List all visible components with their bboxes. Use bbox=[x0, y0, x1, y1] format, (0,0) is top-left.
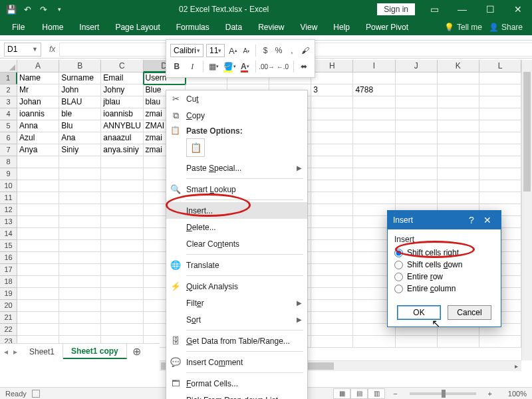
cell[interactable] bbox=[479, 144, 521, 156]
row-header[interactable]: 22 bbox=[0, 324, 17, 336]
scroll-right-icon[interactable]: ▸ bbox=[511, 361, 521, 371]
view-page-layout-icon[interactable]: ▤ bbox=[350, 388, 368, 399]
cell[interactable] bbox=[59, 300, 101, 312]
radio-shift-down[interactable]: Shift cells down bbox=[394, 259, 494, 271]
cell[interactable] bbox=[311, 108, 353, 120]
sheet-tab-sheet1[interactable]: Sheet1 bbox=[21, 344, 63, 359]
cell[interactable] bbox=[311, 96, 353, 108]
cm-get-data[interactable]: 🗄Get Data from Table/Range... bbox=[166, 332, 307, 349]
cell[interactable] bbox=[396, 72, 438, 84]
radio-entire-row[interactable]: Entire row bbox=[394, 271, 494, 283]
cell[interactable] bbox=[311, 276, 353, 288]
cell[interactable]: John bbox=[59, 84, 101, 96]
font-size-selector[interactable]: 11▾ bbox=[206, 44, 225, 57]
cell[interactable] bbox=[396, 108, 438, 120]
cell[interactable]: ioannisb bbox=[101, 108, 143, 120]
cell[interactable] bbox=[353, 120, 395, 132]
cell[interactable] bbox=[101, 240, 143, 252]
cell[interactable] bbox=[59, 228, 101, 240]
cell[interactable] bbox=[311, 324, 353, 336]
cm-insert-comment[interactable]: 💬Insert Comment bbox=[166, 354, 307, 370]
cell[interactable] bbox=[311, 336, 353, 348]
cell[interactable] bbox=[17, 300, 59, 312]
cell[interactable] bbox=[59, 168, 101, 180]
tab-formulas[interactable]: Formulas bbox=[168, 20, 217, 35]
cell[interactable] bbox=[101, 156, 143, 168]
cell[interactable] bbox=[311, 144, 353, 156]
cell[interactable] bbox=[101, 204, 143, 216]
chevron-right-icon[interactable]: ▸ bbox=[13, 347, 17, 356]
cell[interactable] bbox=[479, 192, 521, 204]
chevron-left-icon[interactable]: ◂ bbox=[4, 347, 8, 356]
column-header[interactable]: I bbox=[353, 60, 395, 72]
row-header[interactable]: 14 bbox=[0, 228, 17, 240]
cell[interactable] bbox=[479, 132, 521, 144]
comma-format-icon[interactable]: , bbox=[287, 44, 297, 57]
zoom-slider[interactable] bbox=[410, 392, 476, 395]
cell[interactable] bbox=[479, 84, 521, 96]
cell[interactable] bbox=[17, 168, 59, 180]
cm-smart-lookup[interactable]: 🔍Smart Lookup bbox=[166, 181, 307, 198]
row-header[interactable]: 21 bbox=[0, 312, 17, 324]
tab-insert[interactable]: Insert bbox=[71, 20, 107, 35]
cell[interactable] bbox=[438, 336, 479, 348]
column-header[interactable]: B bbox=[59, 60, 101, 72]
cell[interactable] bbox=[101, 288, 143, 300]
cancel-button[interactable]: Cancel bbox=[448, 305, 491, 320]
cell[interactable] bbox=[311, 204, 353, 216]
cell[interactable] bbox=[353, 144, 395, 156]
tab-home[interactable]: Home bbox=[34, 20, 71, 35]
cell[interactable] bbox=[396, 120, 438, 132]
row-header[interactable]: 10 bbox=[0, 180, 17, 192]
cell[interactable]: Name bbox=[17, 72, 59, 84]
sheet-nav[interactable]: ◂▸ bbox=[0, 344, 21, 359]
cell[interactable] bbox=[438, 120, 479, 132]
tab-file[interactable]: File bbox=[3, 20, 34, 35]
cm-clear-contents[interactable]: Clear Contents bbox=[166, 235, 307, 252]
cell[interactable]: anaazul bbox=[101, 132, 143, 144]
decrease-decimal-icon[interactable]: ←.0 bbox=[276, 60, 289, 73]
row-header[interactable]: 2 bbox=[0, 84, 17, 96]
sheet-tab-sheet1-copy[interactable]: Sheet1 copy bbox=[63, 344, 127, 359]
cell[interactable] bbox=[101, 216, 143, 228]
cell[interactable] bbox=[311, 312, 353, 324]
cell[interactable] bbox=[438, 180, 479, 192]
cell[interactable] bbox=[17, 228, 59, 240]
tab-power-pivot[interactable]: Power Pivot bbox=[358, 20, 416, 35]
cell[interactable] bbox=[396, 192, 438, 204]
cell[interactable] bbox=[59, 324, 101, 336]
cell[interactable] bbox=[438, 96, 479, 108]
cell[interactable] bbox=[101, 252, 143, 264]
view-page-break-icon[interactable]: ▥ bbox=[368, 388, 385, 399]
row-header[interactable]: 1 bbox=[0, 72, 17, 84]
cell[interactable] bbox=[353, 180, 395, 192]
cell[interactable]: jblau bbox=[101, 96, 143, 108]
cell[interactable] bbox=[438, 192, 479, 204]
cell[interactable] bbox=[59, 192, 101, 204]
cell[interactable] bbox=[59, 276, 101, 288]
cell[interactable] bbox=[311, 72, 353, 84]
row-header[interactable]: 13 bbox=[0, 216, 17, 228]
increase-decimal-icon[interactable]: .00→ bbox=[260, 60, 273, 73]
cell[interactable] bbox=[311, 288, 353, 300]
cell[interactable] bbox=[479, 336, 521, 348]
cell[interactable]: Surname bbox=[59, 72, 101, 84]
cell[interactable] bbox=[101, 168, 143, 180]
cell[interactable] bbox=[396, 168, 438, 180]
cell[interactable] bbox=[353, 168, 395, 180]
cell[interactable] bbox=[59, 264, 101, 276]
save-icon[interactable]: 💾 bbox=[5, 3, 17, 15]
row-header[interactable]: 16 bbox=[0, 252, 17, 264]
cell[interactable] bbox=[59, 216, 101, 228]
name-box[interactable]: D1 ▼ bbox=[4, 43, 41, 57]
cell[interactable] bbox=[17, 276, 59, 288]
cell[interactable] bbox=[311, 240, 353, 252]
row-header[interactable]: 11 bbox=[0, 192, 17, 204]
cell[interactable]: 3 bbox=[311, 84, 353, 96]
cell[interactable] bbox=[59, 180, 101, 192]
cell[interactable] bbox=[17, 192, 59, 204]
row-header[interactable]: 5 bbox=[0, 120, 17, 132]
cell[interactable]: anya.siniy bbox=[101, 144, 143, 156]
cell[interactable] bbox=[311, 300, 353, 312]
cell[interactable]: Johny bbox=[101, 84, 143, 96]
